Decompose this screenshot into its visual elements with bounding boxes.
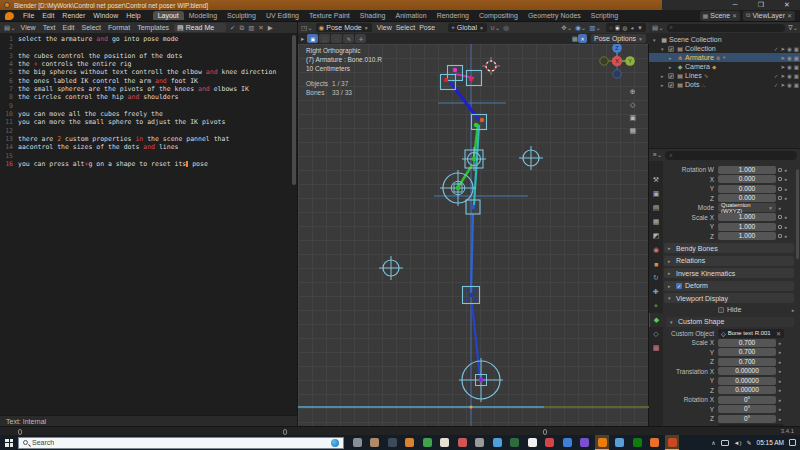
taskbar-app-icon-1[interactable] [350, 435, 364, 450]
animate-dot-icon[interactable]: ● [778, 205, 781, 211]
viewport-menu-view[interactable]: View [375, 24, 394, 31]
control-dot[interactable] [479, 378, 484, 383]
text-editor[interactable]: ▤⌄ ViewTextEditSelectFormatTemplates ▤ R… [0, 22, 297, 426]
copy-icon[interactable]: ⧉ [240, 24, 245, 32]
expander-icon[interactable]: ▸ [669, 64, 676, 70]
filter-icon[interactable]: ∇⌄ [788, 24, 798, 32]
camera-toggle-icon[interactable]: ▣ [794, 64, 799, 70]
taskbar-app-icon-14[interactable] [578, 435, 592, 450]
control-dot[interactable] [474, 123, 478, 127]
viewport-3d[interactable]: ◳⌄ ◉ Pose Mode ▼ ViewSelectPose ⌖ Global… [297, 22, 648, 426]
panel-deform[interactable]: ▸✓Deform [664, 281, 794, 291]
gizmo-neg-y-ball[interactable] [600, 57, 608, 65]
camera-view-icon[interactable]: ▣ [629, 114, 636, 122]
animate-dot-icon[interactable]: ● [784, 167, 787, 173]
workspace-tab-scripting[interactable]: Scripting [586, 11, 623, 20]
control-dot[interactable] [453, 68, 457, 72]
panel-viewport-display[interactable]: ▾Viewport Display [664, 293, 794, 303]
viewlayer-close-icon[interactable]: ✕ [787, 12, 792, 19]
gizmos-dropdown-icon[interactable]: ✥⌄ [561, 24, 572, 32]
cursor-toggle-icon[interactable]: ➤ [780, 46, 785, 52]
taskbar-search-input[interactable]: Search [18, 437, 344, 449]
taskbar-app-icon-4[interactable] [403, 435, 417, 450]
animate-dot-icon[interactable]: ● [791, 307, 794, 313]
check-toggle-icon[interactable]: ✓ [774, 46, 779, 52]
text-menu-select[interactable]: Select [81, 24, 102, 31]
eye-toggle-icon[interactable]: ◉ [787, 82, 792, 88]
animate-dot-icon[interactable]: ● [778, 397, 781, 403]
workspace-tab-animation[interactable]: Animation [391, 11, 432, 20]
overlays-toggle-icon[interactable]: ◉⌄ [575, 24, 586, 32]
properties-tab-bone-constraints[interactable]: ◇ [649, 327, 663, 341]
value-field[interactable]: 0° [718, 396, 776, 404]
volume-icon[interactable]: ◄) [734, 440, 742, 446]
properties-tab-tool[interactable]: ⚒ [649, 173, 663, 187]
taskbar-app-icon-2[interactable] [368, 435, 382, 450]
animate-dot-icon[interactable]: ● [778, 416, 781, 422]
outliner-row-armature[interactable]: ▸⋔Armature⋔⌖➤◉▣ [649, 53, 800, 62]
tray-expand-icon[interactable]: ∧ [711, 439, 715, 446]
unlink-icon[interactable]: ✕ [258, 24, 263, 32]
check-toggle-icon[interactable]: ✓ [774, 73, 779, 79]
control-cube[interactable] [441, 75, 456, 90]
shading-rendered-icon[interactable]: ◕ [629, 25, 635, 31]
properties-tab-world[interactable]: ◉ [649, 243, 663, 257]
properties-tab-bone[interactable]: ◆ [649, 313, 663, 327]
lock-icon[interactable] [778, 215, 782, 219]
taskbar-app-icon-15[interactable] [595, 435, 609, 450]
control-dot[interactable] [471, 205, 475, 209]
workspace-tab-uv-editing[interactable]: UV Editing [261, 11, 304, 20]
deform-checkbox[interactable]: ✓ [676, 283, 682, 289]
outliner-row-lines[interactable]: ▸✓▤Lines∿✓➤◉▣ [649, 71, 800, 80]
outliner-row-scene-collection[interactable]: ▾▦Scene Collection [649, 35, 800, 44]
open-text-icon[interactable]: ▥ [248, 24, 254, 32]
text-menu-templates[interactable]: Templates [136, 24, 170, 31]
cube-pattern-dot[interactable] [474, 289, 476, 291]
value-field[interactable]: 0.700 [718, 348, 776, 356]
outliner-search-input[interactable]: ⌕ [667, 24, 786, 32]
menu-edit[interactable]: Edit [38, 12, 58, 19]
taskbar-app-icon-3[interactable] [385, 435, 399, 450]
value-field[interactable]: 1.000 [718, 223, 776, 231]
navigation-gizmo[interactable]: ZYX [594, 38, 640, 84]
properties-tab-view-layer[interactable]: ▦ [649, 215, 663, 229]
control-dot[interactable] [456, 186, 461, 191]
taskbar-app-icon-5[interactable] [420, 435, 434, 450]
clear-icon[interactable]: ✕ [776, 330, 781, 337]
value-field[interactable]: 0.000 [718, 185, 776, 193]
value-field[interactable]: 1.000 [718, 232, 776, 240]
chevron-down-icon[interactable]: ▼ [636, 25, 644, 31]
taskbar-app-icon-9[interactable] [490, 435, 504, 450]
lock-icon[interactable] [778, 196, 782, 200]
control-dot[interactable] [480, 118, 484, 122]
tool-expand-icon[interactable]: ▸ [301, 35, 304, 43]
properties-tab-object[interactable]: ■ [649, 257, 663, 271]
value-field[interactable]: 0° [718, 405, 776, 413]
properties-tab-object-constraints[interactable]: ✚ [649, 285, 663, 299]
workspace-tab-sculpting[interactable]: Sculpting [222, 11, 261, 20]
cursor-toggle-icon[interactable]: ➤ [780, 82, 785, 88]
collection-checkbox[interactable]: ✓ [668, 46, 674, 52]
x-axis-mirror-toggle[interactable]: ✕ [578, 34, 587, 43]
syntax-check-icon[interactable]: ✓ [230, 24, 235, 32]
taskbar-app-icon-7[interactable] [455, 435, 469, 450]
value-field[interactable]: 0.00000 [718, 386, 776, 394]
outliner-row-collection[interactable]: ▾✓▤Collection✓➤◉▣ [649, 44, 800, 53]
outliner-row-camera[interactable]: ▸◆Camera◆➤◉▣ [649, 62, 800, 71]
properties-search-input[interactable]: ⌕ [665, 151, 797, 160]
control-dot[interactable] [469, 293, 473, 297]
taskbar-app-icon-16[interactable] [613, 435, 627, 450]
control-dot[interactable] [472, 157, 477, 162]
camera-toggle-icon[interactable]: ▣ [794, 46, 799, 52]
control-cube[interactable] [467, 71, 482, 86]
animate-dot-icon[interactable]: ● [778, 368, 781, 374]
eye-toggle-icon[interactable]: ◉ [787, 46, 792, 52]
taskbar-app-icon-13[interactable] [560, 435, 574, 450]
hide-checkbox[interactable] [718, 307, 724, 313]
unpin-icon[interactable]: ✕ [732, 12, 737, 19]
zoom-icon[interactable]: ⊕ [629, 88, 636, 96]
expander-icon[interactable]: ▸ [661, 82, 668, 88]
minimize-button[interactable]: ─ [722, 0, 748, 10]
taskbar-app-icon-11[interactable] [525, 435, 539, 450]
animate-dot-icon[interactable]: ● [778, 359, 781, 365]
